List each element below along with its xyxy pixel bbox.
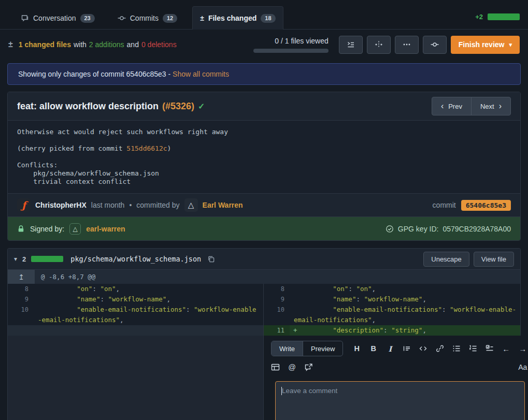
commit-title-header: feat: allow workflow description (#5326)…	[8, 92, 520, 121]
diff-row: 10 "enable-email-notifications": "workfl…	[8, 305, 520, 325]
font-size-icon[interactable]: Aa	[518, 363, 527, 371]
author-name[interactable]: ChristopherHX	[35, 201, 87, 209]
prev-commit-button[interactable]: ‹ Prev	[432, 97, 472, 115]
dropdown-caret-icon: ▾	[509, 41, 512, 48]
view-file-button[interactable]: View file	[474, 252, 514, 267]
cherry-pick-commit-link[interactable]: 515dd6612c	[126, 144, 167, 152]
prev-label: Prev	[448, 103, 462, 110]
committer-avatar[interactable]: △	[184, 198, 198, 212]
diffstat: +2	[475, 13, 528, 21]
commit-label: commit	[433, 201, 456, 209]
reference-icon[interactable]	[304, 363, 313, 371]
signer-name[interactable]: earl-warren	[86, 225, 125, 233]
expand-hunk-button[interactable]: ↥	[8, 270, 35, 284]
write-preview-tabs: Write Preview	[271, 341, 343, 356]
commit-filter-banner: Showing only changes of commit 65406c85e…	[7, 63, 521, 85]
next-label: Next	[480, 103, 494, 110]
undo-icon[interactable]: ←	[502, 344, 510, 353]
redo-icon[interactable]: →	[518, 344, 527, 353]
verified-icon	[386, 225, 394, 233]
commit-icon	[118, 14, 126, 22]
old-line-code: "enable-email-notifications": "workflow-…	[34, 305, 263, 325]
chevron-right-icon: ›	[499, 102, 502, 110]
tab-commits[interactable]: Commits 12	[110, 6, 185, 30]
bold-icon[interactable]: B	[369, 344, 378, 353]
finish-review-label: Finish review	[459, 40, 505, 49]
old-line-number[interactable]: 10	[8, 305, 34, 325]
author-avatar[interactable]: ƒ	[17, 198, 31, 212]
conflict-note-line: trivial context conflict	[17, 178, 511, 186]
tab-conversation[interactable]: Conversation 23	[13, 6, 103, 30]
unescape-button[interactable]: Unescape	[423, 252, 469, 267]
changed-files-summary: ± 1 changed files with 2 additions and 0…	[8, 40, 177, 49]
diff-row: 8 "on": "on", 8 "on": "on",	[8, 284, 520, 294]
files-viewed: 0 / 1 files viewed	[253, 37, 329, 53]
more-options-button[interactable]	[395, 36, 419, 54]
task-list-icon[interactable]	[485, 344, 494, 353]
tab-conversation-count: 23	[80, 14, 95, 23]
files-viewed-progressbar	[253, 49, 329, 53]
file-name[interactable]: pkg/schema/workflow_schema.json	[70, 255, 201, 263]
commit-select-button[interactable]	[423, 36, 447, 54]
old-line-number[interactable]: 9	[8, 294, 34, 305]
comment-input[interactable]	[275, 381, 525, 420]
changed-files-count: 1 changed files	[19, 40, 71, 49]
italic-icon[interactable]: I	[386, 344, 394, 353]
new-line-number[interactable]: 11	[264, 325, 290, 336]
signer-avatar[interactable]: △	[69, 223, 81, 235]
tab-files-changed-count: 18	[261, 14, 275, 23]
old-line-number[interactable]: 8	[8, 284, 34, 294]
show-all-commits-link[interactable]: Show all commits	[173, 70, 229, 78]
gpg-key-group: GPG key ID: 0579CB2928A78A00	[386, 225, 511, 233]
ordered-list-icon[interactable]	[468, 344, 477, 353]
quote-icon[interactable]	[402, 344, 411, 353]
collapse-file-icon[interactable]: ▾	[14, 255, 17, 263]
code-icon[interactable]	[419, 344, 427, 353]
file-tree-toggle-button[interactable]	[339, 36, 363, 54]
diff-row-added: 11 + "description": "string",	[8, 325, 520, 336]
diff-icon: ±	[200, 14, 204, 22]
diffstat-bar	[488, 13, 520, 20]
write-tab[interactable]: Write	[272, 341, 303, 356]
changed-files-toolbar: ± 1 changed files with 2 additions and 0…	[0, 30, 528, 60]
unordered-list-icon[interactable]	[452, 344, 461, 353]
old-line-code: "on": "on",	[34, 284, 263, 294]
copy-path-icon[interactable]	[207, 255, 215, 263]
link-icon[interactable]	[435, 344, 444, 353]
finish-review-button[interactable]: Finish review ▾	[451, 36, 520, 54]
tab-files-changed[interactable]: ± Files changed 18	[192, 6, 283, 30]
file-diffstat-bar	[31, 256, 63, 262]
tab-commits-label: Commits	[130, 14, 159, 22]
diff-view-toggle-button[interactable]	[367, 36, 391, 54]
pr-tab-bar: Conversation 23 Commits 12 ± Files chang…	[0, 0, 528, 30]
editor-toolbar-row2: @ Aa	[271, 363, 527, 371]
table-icon[interactable]	[271, 363, 280, 371]
new-line-number[interactable]: 9	[264, 294, 290, 305]
commit-hash-badge[interactable]: 65406c85e3	[461, 200, 511, 211]
pr-reference-link[interactable]: (#5326)	[162, 101, 194, 112]
committer-name[interactable]: Earl Warren	[203, 201, 243, 209]
diff-row: 9 "name": "workflow-name", 9 "name": "wo…	[8, 294, 520, 305]
inline-comment-editor: Write Preview H B I	[264, 336, 528, 420]
old-line-code: "name": "workflow-name",	[34, 294, 263, 305]
preview-tab[interactable]: Preview	[303, 341, 343, 356]
added-line-code: + "description": "string",	[290, 325, 520, 336]
new-line-code: "enable-email-notifications": "workflow-…	[290, 305, 520, 325]
new-line-number[interactable]: 10	[264, 305, 290, 325]
hunk-header-row: ↥ @ -8,6 +8,7 @@	[8, 270, 520, 284]
pull-request-files-page: Conversation 23 Commits 12 ± Files chang…	[0, 0, 528, 420]
signed-by-label: Signed by:	[30, 225, 64, 233]
and-text: and	[127, 40, 139, 49]
next-commit-button[interactable]: Next ›	[471, 97, 511, 115]
comment-box-wrap	[275, 381, 525, 420]
with-text: with	[74, 40, 87, 49]
commit-title: feat: allow workflow description (#5326)…	[17, 101, 205, 112]
diff-file-box: ▾ 2 pkg/schema/workflow_schema.json Unes…	[7, 248, 521, 420]
lock-icon	[17, 225, 25, 233]
text-caret	[281, 387, 282, 395]
committed-by-label: committed by	[136, 201, 179, 209]
new-line-number[interactable]: 8	[264, 284, 290, 294]
heading-icon[interactable]: H	[352, 344, 361, 353]
mention-icon[interactable]: @	[288, 363, 296, 371]
diff-file-header: ▾ 2 pkg/schema/workflow_schema.json Unes…	[8, 249, 520, 270]
